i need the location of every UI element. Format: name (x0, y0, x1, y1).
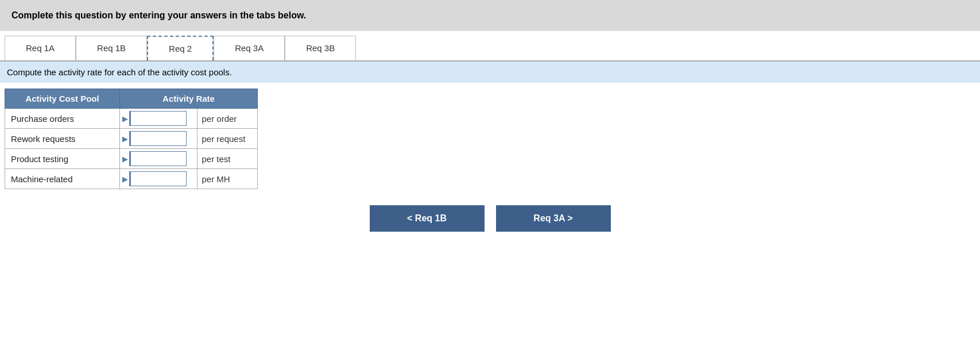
section-instruction: Compute the activity rate for each of th… (0, 62, 980, 83)
activity-rate-table-section: Activity Cost Pool Activity Rate Purchas… (5, 89, 980, 189)
arrow-icon: ▶ (122, 114, 128, 123)
instruction-text: Complete this question by entering your … (11, 10, 306, 20)
tab-req3a[interactable]: Req 3A (214, 36, 285, 60)
arrow-icon: ▶ (122, 135, 128, 143)
tab-req1b[interactable]: Req 1B (76, 36, 147, 60)
prev-button[interactable]: < Req 1B (370, 205, 485, 232)
unit-cell: per MH (197, 169, 258, 189)
pool-cell: Rework requests (5, 129, 120, 149)
arrow-icon: ▶ (122, 155, 128, 163)
rate-input[interactable] (129, 171, 187, 186)
unit-cell: per request (197, 129, 258, 149)
rate-input-cell: ▶ (120, 149, 197, 169)
table-row: Rework requests▶per request (5, 129, 258, 149)
activity-rate-table: Activity Cost Pool Activity Rate Purchas… (5, 89, 258, 189)
next-button[interactable]: Req 3A > (496, 205, 611, 232)
rate-input-cell: ▶ (120, 109, 197, 129)
col-header-pool: Activity Cost Pool (5, 89, 120, 109)
pool-cell: Purchase orders (5, 109, 120, 129)
arrow-icon: ▶ (122, 175, 128, 183)
table-row: Product testing▶per test (5, 149, 258, 169)
table-row: Purchase orders▶per order (5, 109, 258, 129)
unit-cell: per order (197, 109, 258, 129)
tabs-bar: Req 1A Req 1B Req 2 Req 3A Req 3B (0, 36, 980, 62)
rate-input[interactable] (129, 111, 187, 126)
tab-req3b[interactable]: Req 3B (285, 36, 356, 60)
unit-cell: per test (197, 149, 258, 169)
rate-input[interactable] (129, 131, 187, 146)
rate-input[interactable] (129, 151, 187, 166)
col-header-rate: Activity Rate (120, 89, 258, 109)
tab-req1a[interactable]: Req 1A (5, 36, 76, 60)
rate-input-cell: ▶ (120, 129, 197, 149)
instruction-banner: Complete this question by entering your … (0, 0, 980, 31)
rate-input-cell: ▶ (120, 169, 197, 189)
navigation-buttons: < Req 1B Req 3A > (0, 205, 980, 243)
table-row: Machine-related▶per MH (5, 169, 258, 189)
pool-cell: Machine-related (5, 169, 120, 189)
pool-cell: Product testing (5, 149, 120, 169)
tab-req2[interactable]: Req 2 (147, 36, 214, 60)
